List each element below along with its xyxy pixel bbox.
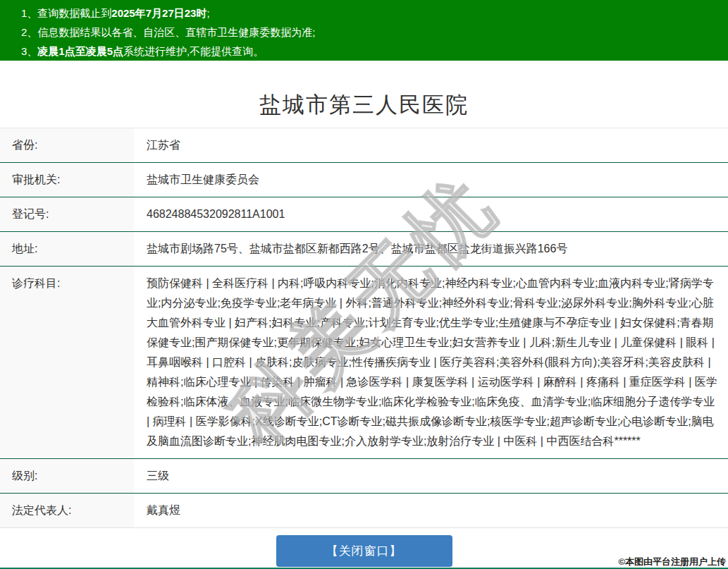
notice-item-2-text: 2、信息数据结果以各省、自治区、直辖市卫生健康委数据为准;	[21, 26, 316, 38]
row-label-approval-authority: 审批机关:	[0, 163, 134, 197]
table-row-legal-representative: 法定代表人: 戴真煜	[0, 494, 728, 528]
table-row-province: 省份: 江苏省	[0, 128, 728, 163]
row-value-level: 三级	[134, 459, 728, 494]
row-value-approval-authority: 盐城市卫生健康委员会	[134, 163, 728, 197]
notice-item-2: 2、信息数据结果以各省、自治区、直辖市卫生健康委数据为准;	[21, 23, 714, 42]
table-row-registration-number: 登记号: 46824884532092811A1001	[0, 197, 728, 232]
table-row-medical-subjects: 诊疗科目: 预防保健科 | 全科医疗科 | 内科;呼吸内科专业;消化内科专业;神…	[0, 267, 728, 459]
table-row-level: 级别: 三级	[0, 459, 728, 494]
notice-item-3-text: 3、	[21, 45, 37, 57]
page-title: 盐城市第三人民医院	[0, 89, 728, 128]
row-label-medical-subjects: 诊疗科目:	[0, 267, 134, 459]
row-label-province: 省份:	[0, 128, 134, 163]
row-label-address: 地址:	[0, 232, 134, 267]
row-label-registration-number: 登记号:	[0, 197, 134, 232]
row-value-medical-subjects: 预防保健科 | 全科医疗科 | 内科;呼吸内科专业;消化内科专业;神经内科专业;…	[134, 267, 728, 459]
row-label-level: 级别:	[0, 459, 134, 494]
notice-item-3-suffix: 系统进行维护,不能提供查询。	[123, 45, 264, 57]
close-window-button[interactable]: 【关闭窗口】	[276, 535, 452, 567]
notice-item-1: 1、查询数据截止到2025年7月27日23时;	[21, 4, 714, 23]
row-label-legal-representative: 法定代表人:	[0, 494, 134, 528]
hospital-info-table: 省份: 江苏省 审批机关: 盐城市卫生健康委员会 登记号: 4682488453…	[0, 128, 728, 528]
row-value-registration-number: 46824884532092811A1001	[134, 197, 728, 232]
notice-item-1-bold: 2025年7月27日23时	[111, 7, 206, 19]
notice-item-3: 3、凌晨1点至凌晨5点系统进行维护,不能提供查询。	[21, 42, 714, 61]
table-row-approval-authority: 审批机关: 盐城市卫生健康委员会	[0, 163, 728, 197]
notice-item-1-suffix: ;	[206, 7, 209, 19]
row-value-legal-representative: 戴真煜	[134, 494, 728, 528]
table-row-address: 地址: 盐城市剧场路75号、盐城市盐都区新都西路2号、盐城市盐都区盐龙街道振兴路…	[0, 232, 728, 267]
notice-bar: 1、查询数据截止到2025年7月27日23时; 2、信息数据结果以各省、自治区、…	[0, 0, 728, 61]
footer-actions: 【关闭窗口】	[0, 535, 728, 567]
row-value-address: 盐城市剧场路75号、盐城市盐都区新都西路2号、盐城市盐都区盐龙街道振兴路166号	[134, 232, 728, 267]
notice-item-1-text: 1、查询数据截止到	[21, 7, 111, 19]
notice-item-3-bold: 凌晨1点至凌晨5点	[37, 45, 123, 57]
row-value-province: 江苏省	[134, 128, 728, 163]
